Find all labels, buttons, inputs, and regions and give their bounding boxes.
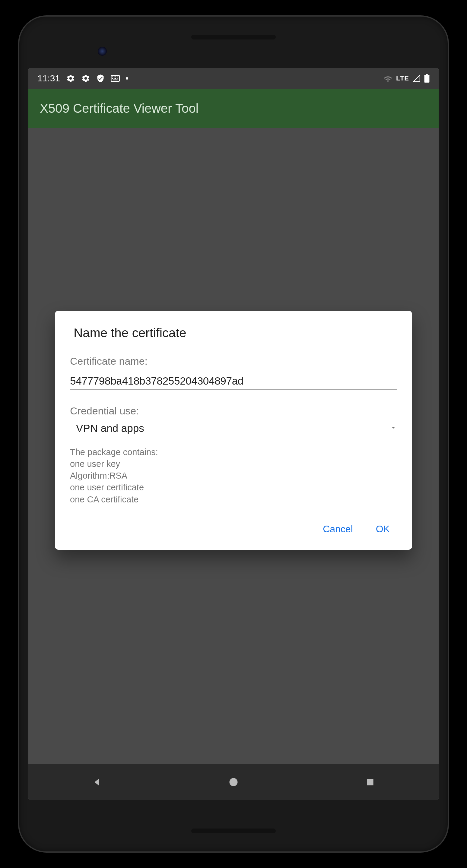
- svg-rect-1: [112, 76, 113, 78]
- svg-rect-5: [112, 78, 113, 79]
- svg-rect-2: [114, 76, 115, 78]
- credential-use-dropdown[interactable]: VPN and apps: [70, 422, 397, 434]
- status-right-group: LTE: [383, 74, 430, 83]
- ok-button[interactable]: OK: [374, 521, 392, 538]
- network-lte-label: LTE: [396, 74, 409, 82]
- device-screen: 11:31 LTE: [28, 68, 439, 800]
- settings-gear-icon: [66, 74, 75, 83]
- svg-rect-3: [115, 76, 116, 78]
- svg-rect-4: [117, 76, 118, 78]
- svg-rect-8: [117, 78, 118, 79]
- package-info-header: The package contains:: [70, 446, 397, 458]
- nav-home-button[interactable]: [226, 775, 241, 789]
- package-info-line: one CA certificate: [70, 494, 397, 505]
- package-info-line: one user key: [70, 458, 397, 470]
- cancel-button[interactable]: Cancel: [320, 521, 355, 538]
- credential-use-value: VPN and apps: [76, 422, 144, 434]
- notification-dot-icon: [126, 77, 128, 80]
- settings-gear-icon-2: [81, 74, 90, 83]
- dialog-title: Name the certificate: [74, 326, 397, 340]
- android-nav-bar: [28, 764, 439, 800]
- package-info-line: one user certificate: [70, 482, 397, 493]
- certificate-name-input[interactable]: [70, 373, 397, 390]
- name-certificate-dialog: Name the certificate Certificate name: C…: [55, 311, 412, 550]
- credential-use-label: Credential use:: [70, 405, 397, 417]
- speaker-grille-top: [191, 35, 276, 39]
- status-left-group: 11:31: [37, 73, 128, 84]
- svg-point-12: [229, 778, 237, 786]
- status-time: 11:31: [37, 73, 60, 84]
- package-contents-info: The package contains: one user key Algor…: [70, 446, 397, 505]
- svg-rect-9: [113, 80, 118, 81]
- speaker-grille-bottom: [191, 829, 276, 833]
- certificate-name-label: Certificate name:: [70, 355, 397, 367]
- chevron-down-icon: [390, 424, 397, 433]
- phone-device-frame: 11:31 LTE: [19, 17, 448, 851]
- svg-rect-6: [114, 78, 115, 79]
- battery-icon: [424, 74, 430, 83]
- dialog-button-row: Cancel OK: [70, 521, 397, 541]
- svg-rect-13: [367, 779, 374, 785]
- status-bar: 11:31 LTE: [28, 68, 439, 89]
- nav-recent-button[interactable]: [362, 775, 378, 789]
- app-content-area: Name the certificate Certificate name: C…: [28, 128, 439, 764]
- shield-icon: [96, 74, 105, 83]
- app-bar: X509 Certificate Viewer Tool: [28, 89, 439, 128]
- cellular-signal-icon: [413, 74, 420, 82]
- nav-back-button[interactable]: [89, 775, 105, 789]
- front-camera: [98, 47, 107, 56]
- keyboard-icon: [111, 75, 120, 82]
- svg-rect-11: [426, 74, 428, 75]
- package-info-line: Algorithm:RSA: [70, 470, 397, 482]
- svg-rect-10: [425, 75, 430, 83]
- wifi-icon: [383, 75, 392, 82]
- app-title: X509 Certificate Viewer Tool: [40, 101, 199, 116]
- svg-rect-7: [115, 78, 116, 79]
